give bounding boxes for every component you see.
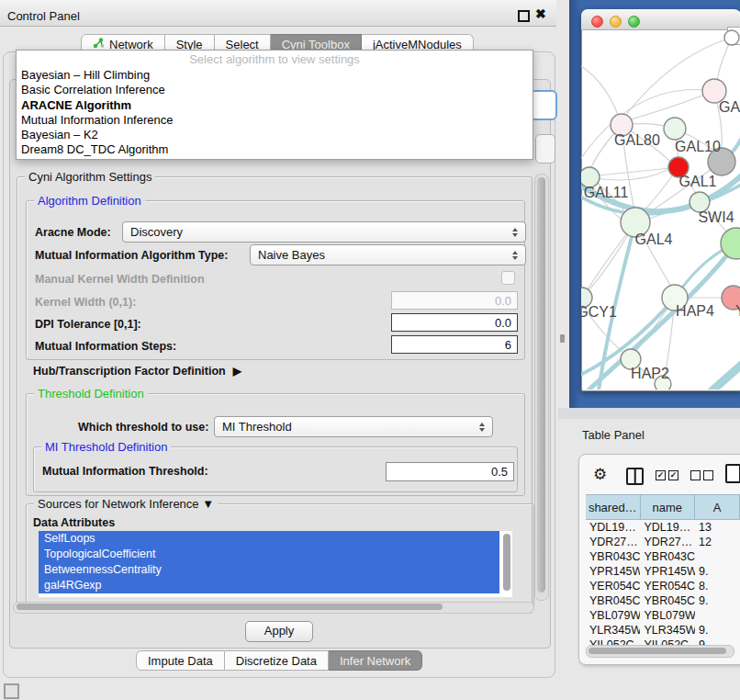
algorithm-dropdown: Select algorithm to view settings Bayesi… [16, 50, 533, 160]
spinner-arrows-icon [512, 228, 519, 237]
network-node-label: SWI4 [698, 209, 734, 225]
table-row[interactable]: YBL079WYBL079W [586, 608, 740, 623]
network-window-titlebar[interactable] [581, 9, 740, 30]
float-panel-icon[interactable] [518, 10, 530, 22]
data-attribute-item[interactable]: TopologicalCoefficient [39, 547, 499, 562]
bottom-tab-discretize-data[interactable]: Discretize Data [225, 650, 329, 671]
close-icon[interactable]: ✖ [535, 6, 546, 21]
table-row[interactable]: YDL19…YDL19…13 [586, 520, 740, 535]
checked-checkbox-icon[interactable]: ✓ [668, 470, 678, 480]
algorithm-definition-title: Algorithm Definition [34, 194, 145, 208]
network-node[interactable] [664, 118, 686, 140]
table-cell: 9. [695, 564, 740, 579]
spinner-arrows-icon [512, 251, 519, 260]
mi-threshold-field[interactable]: 0.5 [386, 462, 514, 481]
minimized-panel-icon[interactable] [4, 683, 19, 699]
hub-definition-label: Hub/Transcription Factor Definition [33, 365, 226, 378]
network-graph[interactable]: GALGAL80GAL10GAL1GAL11SWI4GAL4GCY1HAP4YH… [581, 29, 740, 390]
manual-kernel-checkbox[interactable] [501, 271, 515, 285]
table-cell: YDL19… [586, 520, 640, 535]
columns-icon[interactable] [626, 468, 644, 485]
table-row[interactable]: YER054CYER054C8. [586, 579, 740, 593]
table-horizontal-scrollbar-thumb[interactable] [589, 648, 726, 654]
table-row[interactable]: YLR345WYLR345W9. [586, 623, 740, 638]
cyni-algorithm-settings-title: Cyni Algorithm Settings [25, 170, 155, 184]
mi-type-select[interactable]: Naive Bayes [250, 244, 526, 265]
network-edge[interactable] [598, 167, 678, 175]
table-cell [695, 608, 740, 623]
bottom-tab-infer-network[interactable]: Infer Network [329, 650, 422, 671]
bottom-tab-impute-data[interactable]: Impute Data [136, 650, 225, 671]
sources-group-title[interactable]: Sources for Network Inference ▼ [34, 497, 218, 511]
table-cell: YPR145W [586, 564, 640, 579]
page-icon[interactable] [725, 464, 740, 483]
gear-icon[interactable]: ⚙ [593, 465, 607, 484]
table-cell: YDR27… [640, 535, 694, 549]
table-row[interactable]: YBR043CYBR043C [586, 549, 740, 564]
table-cell: YBL079W [640, 608, 694, 623]
table-row[interactable]: YBR045CYBR045C9. [586, 593, 740, 608]
combo-fragment [535, 134, 555, 164]
table-column-header[interactable]: A [695, 495, 740, 519]
data-attributes-list[interactable]: SelfLoopsTopologicalCoefficientBetweenne… [39, 531, 512, 597]
table-cell: YBR045C [640, 593, 694, 608]
aracne-mode-value: Discovery [130, 225, 183, 239]
apply-button[interactable]: Apply [245, 621, 313, 642]
table-column-header[interactable]: shared… [586, 495, 641, 519]
data-attribute-item[interactable]: SelfLoops [39, 531, 499, 547]
unchecked-checkbox-icon[interactable] [690, 470, 701, 480]
which-threshold-select[interactable]: MI Threshold [214, 416, 493, 437]
dpi-tolerance-label: DPI Tolerance [0,1]: [35, 318, 141, 331]
mi-threshold-group-title: MI Threshold Definition [41, 440, 171, 454]
control-panel-title: Control Panel [7, 9, 80, 23]
hub-definition-toggle[interactable]: Hub/Transcription Factor Definition▶ [33, 365, 241, 378]
data-attribute-item[interactable]: gal4RGexp [39, 578, 499, 593]
network-node[interactable] [721, 228, 740, 259]
table-row[interactable]: YPR145WYPR145W9. [586, 564, 740, 579]
threshold-definition-title: Threshold Definition [34, 387, 148, 401]
algorithm-option[interactable]: Mutual Information Inference [17, 113, 533, 128]
network-node[interactable] [724, 30, 739, 45]
algorithm-option[interactable]: Dream8 DC_TDC Algorithm [17, 142, 533, 157]
expand-arrow-icon: ▶ [233, 365, 241, 378]
settings-vertical-scrollbar-thumb[interactable] [537, 177, 545, 593]
list-vertical-scrollbar[interactable] [503, 534, 510, 591]
network-edge-thick[interactable] [705, 362, 740, 390]
minimize-traffic-light-icon[interactable] [610, 16, 622, 28]
table-horizontal-scrollbar[interactable] [586, 645, 734, 658]
table-cell: YLR345W [586, 623, 640, 638]
algorithm-option[interactable]: Bayesian – Hill Climbing [17, 68, 533, 83]
close-traffic-light-icon[interactable] [591, 16, 603, 28]
application-window: Control Panel ✖ NetworkStyleSelectCyni T… [0, 0, 740, 700]
manual-kernel-label: Manual Kernel Width Definition [35, 273, 205, 286]
collapse-arrow-icon: ▼ [202, 497, 214, 511]
network-edge[interactable] [589, 169, 669, 180]
mi-steps-field[interactable]: 6 [391, 335, 518, 354]
network-node-label: GAL1 [679, 174, 717, 189]
tab-label: Discretize Data [236, 654, 317, 668]
settings-horizontal-scrollbar[interactable] [13, 602, 534, 614]
table-cell: YDL19… [640, 520, 694, 535]
aracne-mode-select[interactable]: Discovery [122, 221, 526, 243]
settings-vertical-scrollbar[interactable] [534, 174, 549, 601]
zoom-traffic-light-icon[interactable] [628, 16, 640, 28]
algorithm-option[interactable]: ARACNE Algorithm [17, 98, 533, 113]
bottom-tabs: Impute DataDiscretize DataInfer Network [136, 650, 422, 671]
network-node-label: HAP4 [676, 303, 714, 319]
table-column-header[interactable]: name [641, 495, 696, 519]
algorithm-option[interactable]: Bayesian – K2 [17, 128, 533, 142]
table-row[interactable]: YDR27…YDR27…12 [586, 535, 740, 549]
kernel-width-field[interactable]: 0.0 [391, 291, 518, 310]
network-node-label: GCY1 [581, 304, 617, 320]
data-attribute-item[interactable]: BetweennessCentrality [39, 562, 499, 578]
unchecked-checkbox-icon[interactable] [703, 470, 713, 480]
settings-horizontal-scrollbar-thumb[interactable] [17, 604, 443, 610]
table-cell: YER054C [640, 579, 694, 593]
mi-type-value: Naive Bayes [258, 248, 325, 262]
tab-label: Impute Data [148, 654, 213, 668]
checked-checkbox-icon[interactable]: ✓ [656, 470, 666, 480]
table-cell: YLR345W [640, 623, 694, 638]
splitter-handle[interactable] [560, 334, 565, 343]
dpi-tolerance-field[interactable]: 0.0 [391, 313, 518, 332]
algorithm-option[interactable]: Basic Correlation Inference [17, 83, 533, 97]
